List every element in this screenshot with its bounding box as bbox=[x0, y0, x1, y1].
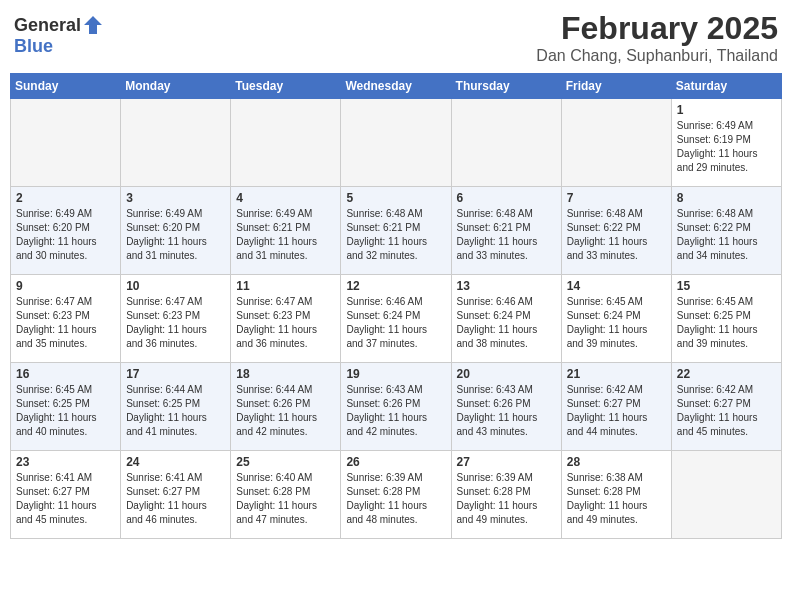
day-info: Sunrise: 6:47 AM Sunset: 6:23 PM Dayligh… bbox=[126, 295, 225, 351]
calendar-cell bbox=[561, 99, 671, 187]
day-number: 24 bbox=[126, 455, 225, 469]
logo-icon bbox=[82, 14, 104, 36]
weekday-header-thursday: Thursday bbox=[451, 74, 561, 99]
calendar-cell: 10Sunrise: 6:47 AM Sunset: 6:23 PM Dayli… bbox=[121, 275, 231, 363]
calendar-cell: 18Sunrise: 6:44 AM Sunset: 6:26 PM Dayli… bbox=[231, 363, 341, 451]
calendar-cell: 13Sunrise: 6:46 AM Sunset: 6:24 PM Dayli… bbox=[451, 275, 561, 363]
day-number: 28 bbox=[567, 455, 666, 469]
logo-blue-text: Blue bbox=[14, 36, 53, 57]
day-number: 6 bbox=[457, 191, 556, 205]
day-info: Sunrise: 6:44 AM Sunset: 6:26 PM Dayligh… bbox=[236, 383, 335, 439]
day-number: 19 bbox=[346, 367, 445, 381]
day-info: Sunrise: 6:45 AM Sunset: 6:25 PM Dayligh… bbox=[16, 383, 115, 439]
calendar-cell: 21Sunrise: 6:42 AM Sunset: 6:27 PM Dayli… bbox=[561, 363, 671, 451]
calendar-cell bbox=[451, 99, 561, 187]
calendar-week-row: 16Sunrise: 6:45 AM Sunset: 6:25 PM Dayli… bbox=[11, 363, 782, 451]
calendar-header-row: SundayMondayTuesdayWednesdayThursdayFrid… bbox=[11, 74, 782, 99]
day-number: 12 bbox=[346, 279, 445, 293]
svg-marker-0 bbox=[84, 16, 102, 34]
day-info: Sunrise: 6:42 AM Sunset: 6:27 PM Dayligh… bbox=[677, 383, 776, 439]
day-info: Sunrise: 6:47 AM Sunset: 6:23 PM Dayligh… bbox=[16, 295, 115, 351]
day-info: Sunrise: 6:41 AM Sunset: 6:27 PM Dayligh… bbox=[16, 471, 115, 527]
day-info: Sunrise: 6:48 AM Sunset: 6:21 PM Dayligh… bbox=[457, 207, 556, 263]
day-info: Sunrise: 6:46 AM Sunset: 6:24 PM Dayligh… bbox=[457, 295, 556, 351]
month-title: February 2025 bbox=[536, 10, 778, 47]
day-info: Sunrise: 6:44 AM Sunset: 6:25 PM Dayligh… bbox=[126, 383, 225, 439]
calendar-cell: 7Sunrise: 6:48 AM Sunset: 6:22 PM Daylig… bbox=[561, 187, 671, 275]
day-info: Sunrise: 6:49 AM Sunset: 6:20 PM Dayligh… bbox=[126, 207, 225, 263]
day-info: Sunrise: 6:49 AM Sunset: 6:20 PM Dayligh… bbox=[16, 207, 115, 263]
calendar-cell: 14Sunrise: 6:45 AM Sunset: 6:24 PM Dayli… bbox=[561, 275, 671, 363]
day-number: 21 bbox=[567, 367, 666, 381]
calendar-week-row: 23Sunrise: 6:41 AM Sunset: 6:27 PM Dayli… bbox=[11, 451, 782, 539]
calendar-table: SundayMondayTuesdayWednesdayThursdayFrid… bbox=[10, 73, 782, 539]
weekday-header-friday: Friday bbox=[561, 74, 671, 99]
calendar-cell: 8Sunrise: 6:48 AM Sunset: 6:22 PM Daylig… bbox=[671, 187, 781, 275]
calendar-week-row: 9Sunrise: 6:47 AM Sunset: 6:23 PM Daylig… bbox=[11, 275, 782, 363]
calendar-cell: 5Sunrise: 6:48 AM Sunset: 6:21 PM Daylig… bbox=[341, 187, 451, 275]
day-info: Sunrise: 6:48 AM Sunset: 6:22 PM Dayligh… bbox=[677, 207, 776, 263]
logo: General Blue bbox=[14, 14, 104, 57]
calendar-cell bbox=[341, 99, 451, 187]
day-number: 25 bbox=[236, 455, 335, 469]
day-info: Sunrise: 6:49 AM Sunset: 6:19 PM Dayligh… bbox=[677, 119, 776, 175]
calendar-cell bbox=[121, 99, 231, 187]
day-number: 3 bbox=[126, 191, 225, 205]
day-info: Sunrise: 6:40 AM Sunset: 6:28 PM Dayligh… bbox=[236, 471, 335, 527]
day-info: Sunrise: 6:45 AM Sunset: 6:25 PM Dayligh… bbox=[677, 295, 776, 351]
weekday-header-tuesday: Tuesday bbox=[231, 74, 341, 99]
weekday-header-sunday: Sunday bbox=[11, 74, 121, 99]
day-number: 16 bbox=[16, 367, 115, 381]
calendar-cell: 20Sunrise: 6:43 AM Sunset: 6:26 PM Dayli… bbox=[451, 363, 561, 451]
title-area: February 2025 Dan Chang, Suphanburi, Tha… bbox=[536, 10, 778, 65]
calendar-cell: 26Sunrise: 6:39 AM Sunset: 6:28 PM Dayli… bbox=[341, 451, 451, 539]
calendar-week-row: 1Sunrise: 6:49 AM Sunset: 6:19 PM Daylig… bbox=[11, 99, 782, 187]
calendar-cell: 11Sunrise: 6:47 AM Sunset: 6:23 PM Dayli… bbox=[231, 275, 341, 363]
weekday-header-saturday: Saturday bbox=[671, 74, 781, 99]
calendar-cell: 25Sunrise: 6:40 AM Sunset: 6:28 PM Dayli… bbox=[231, 451, 341, 539]
calendar-cell: 27Sunrise: 6:39 AM Sunset: 6:28 PM Dayli… bbox=[451, 451, 561, 539]
day-number: 13 bbox=[457, 279, 556, 293]
day-number: 20 bbox=[457, 367, 556, 381]
logo-general-text: General bbox=[14, 15, 81, 36]
day-number: 23 bbox=[16, 455, 115, 469]
day-number: 15 bbox=[677, 279, 776, 293]
day-number: 2 bbox=[16, 191, 115, 205]
weekday-header-monday: Monday bbox=[121, 74, 231, 99]
calendar-cell: 16Sunrise: 6:45 AM Sunset: 6:25 PM Dayli… bbox=[11, 363, 121, 451]
day-info: Sunrise: 6:39 AM Sunset: 6:28 PM Dayligh… bbox=[346, 471, 445, 527]
day-number: 26 bbox=[346, 455, 445, 469]
calendar-cell: 22Sunrise: 6:42 AM Sunset: 6:27 PM Dayli… bbox=[671, 363, 781, 451]
calendar-cell: 4Sunrise: 6:49 AM Sunset: 6:21 PM Daylig… bbox=[231, 187, 341, 275]
day-number: 5 bbox=[346, 191, 445, 205]
calendar-cell: 3Sunrise: 6:49 AM Sunset: 6:20 PM Daylig… bbox=[121, 187, 231, 275]
day-number: 8 bbox=[677, 191, 776, 205]
day-number: 10 bbox=[126, 279, 225, 293]
day-info: Sunrise: 6:43 AM Sunset: 6:26 PM Dayligh… bbox=[346, 383, 445, 439]
calendar-cell: 9Sunrise: 6:47 AM Sunset: 6:23 PM Daylig… bbox=[11, 275, 121, 363]
day-info: Sunrise: 6:46 AM Sunset: 6:24 PM Dayligh… bbox=[346, 295, 445, 351]
location-title: Dan Chang, Suphanburi, Thailand bbox=[536, 47, 778, 65]
weekday-header-wednesday: Wednesday bbox=[341, 74, 451, 99]
day-number: 9 bbox=[16, 279, 115, 293]
day-number: 22 bbox=[677, 367, 776, 381]
day-info: Sunrise: 6:49 AM Sunset: 6:21 PM Dayligh… bbox=[236, 207, 335, 263]
day-info: Sunrise: 6:45 AM Sunset: 6:24 PM Dayligh… bbox=[567, 295, 666, 351]
page-header: General Blue February 2025 Dan Chang, Su… bbox=[10, 10, 782, 65]
day-info: Sunrise: 6:48 AM Sunset: 6:22 PM Dayligh… bbox=[567, 207, 666, 263]
day-number: 27 bbox=[457, 455, 556, 469]
day-info: Sunrise: 6:48 AM Sunset: 6:21 PM Dayligh… bbox=[346, 207, 445, 263]
day-number: 17 bbox=[126, 367, 225, 381]
calendar-cell: 19Sunrise: 6:43 AM Sunset: 6:26 PM Dayli… bbox=[341, 363, 451, 451]
calendar-cell: 2Sunrise: 6:49 AM Sunset: 6:20 PM Daylig… bbox=[11, 187, 121, 275]
day-number: 4 bbox=[236, 191, 335, 205]
calendar-cell bbox=[231, 99, 341, 187]
day-info: Sunrise: 6:39 AM Sunset: 6:28 PM Dayligh… bbox=[457, 471, 556, 527]
calendar-cell: 28Sunrise: 6:38 AM Sunset: 6:28 PM Dayli… bbox=[561, 451, 671, 539]
calendar-cell: 1Sunrise: 6:49 AM Sunset: 6:19 PM Daylig… bbox=[671, 99, 781, 187]
calendar-cell: 23Sunrise: 6:41 AM Sunset: 6:27 PM Dayli… bbox=[11, 451, 121, 539]
calendar-cell bbox=[11, 99, 121, 187]
day-info: Sunrise: 6:43 AM Sunset: 6:26 PM Dayligh… bbox=[457, 383, 556, 439]
calendar-cell bbox=[671, 451, 781, 539]
day-info: Sunrise: 6:41 AM Sunset: 6:27 PM Dayligh… bbox=[126, 471, 225, 527]
